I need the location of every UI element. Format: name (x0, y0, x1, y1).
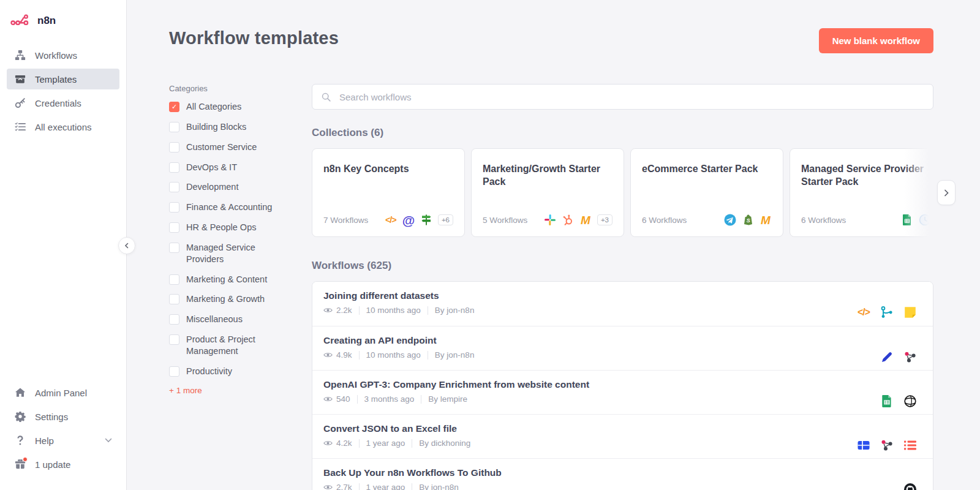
sheets-icon (901, 214, 913, 226)
collection-card-managed-service-provider-starter-pack[interactable]: Managed Service Provider Starter Pack6 W… (790, 148, 933, 237)
code-icon: </> (385, 214, 397, 226)
category-checkbox[interactable] (169, 243, 179, 253)
search-input[interactable] (338, 91, 924, 103)
sidebar-collapse-button[interactable] (118, 237, 135, 254)
shopify-icon: S (742, 214, 754, 226)
meta-divider (359, 306, 360, 315)
meta-divider (357, 395, 358, 404)
workflow-row-openai-gpt-3-company-enrichment-from-website-content[interactable]: OpenAI GPT-3: Company Enrichment from we… (312, 370, 933, 414)
pencil-icon (880, 350, 894, 364)
category-option-productivity[interactable]: Productivity (169, 366, 278, 377)
code-icon: </> (857, 306, 870, 319)
telegram-icon (724, 214, 736, 226)
category-option-devops-it[interactable]: DevOps & IT (169, 162, 278, 173)
workflow-views: 540 (336, 394, 350, 404)
category-checkbox[interactable] (169, 142, 179, 153)
page-title: Workflow templates (169, 28, 339, 48)
question-icon (15, 435, 26, 446)
collection-card-marketing-growth-starter-pack[interactable]: Marketing/Growth Starter Pack5 Workflows… (471, 148, 624, 237)
category-checkbox[interactable] (169, 162, 179, 173)
hubspot-icon (562, 214, 574, 226)
category-checkbox[interactable] (169, 274, 179, 285)
workflows-list: Joining different datasets2.2k10 months … (312, 281, 933, 490)
sidebar-item-templates[interactable]: Templates (7, 69, 119, 89)
workflow-age: 10 months ago (366, 350, 421, 360)
workflow-author: By jon-n8n (435, 350, 475, 360)
sidebar-item-help[interactable]: Help (7, 430, 119, 451)
eye-icon (323, 306, 333, 315)
category-option-marketing-growth[interactable]: Marketing & Growth (169, 293, 278, 305)
chevron-left-icon (124, 243, 130, 249)
search-bar (312, 84, 933, 110)
sidebar-item-admin-panel[interactable]: Admin Panel (7, 382, 119, 403)
category-checkbox[interactable]: ✓ (169, 102, 179, 112)
category-label: Marketing & Content (186, 274, 267, 285)
category-checkbox[interactable] (169, 314, 179, 325)
templates-icon (15, 74, 26, 85)
sidebar-item-credentials[interactable]: Credentials (7, 92, 119, 113)
workflow-views: 2.2k (336, 306, 352, 315)
more-apps-badge: +3 (597, 214, 612, 225)
sidebar: n8n WorkflowsTemplatesCredentialsAll exe… (0, 0, 127, 490)
category-option-product-project-management[interactable]: Product & Project Management (169, 334, 278, 357)
workflow-row-creating-an-api-endpoint[interactable]: Creating an API endpoint4.9k10 months ag… (312, 326, 933, 370)
carousel-next-button[interactable] (937, 180, 956, 205)
category-option-development[interactable]: Development (169, 181, 278, 193)
category-option-miscellaneous[interactable]: Miscellaneous (169, 314, 278, 325)
home-icon (15, 387, 26, 398)
workflow-row-convert-json-to-an-excel-file[interactable]: Convert JSON to an Excel file4.2k1 year … (312, 414, 933, 458)
github-icon (903, 483, 917, 490)
collection-workflow-count: 5 Workflows (483, 216, 527, 225)
category-option-managed-service-providers[interactable]: Managed Service Providers (169, 242, 278, 265)
table-icon (857, 439, 870, 452)
new-blank-workflow-button[interactable]: New blank workflow (819, 28, 933, 53)
collection-workflow-count: 7 Workflows (323, 216, 368, 225)
sidebar-item-label: Templates (35, 74, 77, 85)
category-label: Customer Service (186, 141, 257, 153)
category-label: Building Blocks (186, 121, 246, 133)
n8n-node-icon (903, 350, 917, 364)
workflow-views: 2.7k (336, 483, 352, 490)
workflow-row-back-up-your-n8n-workflows-to-github[interactable]: Back Up Your n8n Workflows To Github2.7k… (312, 458, 933, 490)
slack-icon (544, 214, 556, 226)
categories-filter: Categories ✓All CategoriesBuilding Block… (169, 83, 312, 490)
update-dot (23, 457, 28, 462)
category-checkbox[interactable] (169, 202, 179, 213)
eye-icon (323, 350, 333, 360)
sidebar-item-label: All executions (35, 122, 92, 132)
collection-card-ecommerce-starter-pack[interactable]: eCommerce Starter Pack6 WorkflowsSM (630, 148, 783, 237)
category-label: Managed Service Providers (186, 242, 278, 265)
sidebar-item-label: 1 update (35, 459, 70, 470)
category-option-finance-accounting[interactable]: Finance & Accounting (169, 202, 278, 213)
workflows-icon (15, 50, 26, 61)
category-option-building-blocks[interactable]: Building Blocks (169, 121, 278, 133)
category-option-hr-people-ops[interactable]: HR & People Ops (169, 222, 278, 233)
eye-icon (323, 394, 333, 404)
meta-divider (412, 483, 412, 490)
sidebar-item-label: Help (35, 435, 54, 446)
workflow-author: By jon-n8n (435, 306, 475, 315)
category-checkbox[interactable] (169, 294, 179, 304)
category-checkbox[interactable] (169, 366, 179, 377)
sidebar-item-settings[interactable]: Settings (7, 406, 119, 427)
categories-more-link[interactable]: + 1 more (169, 386, 312, 395)
workflow-row-joining-different-datasets[interactable]: Joining different datasets2.2k10 months … (312, 282, 933, 326)
category-option-marketing-content[interactable]: Marketing & Content (169, 274, 278, 285)
collection-card-n8n-key-concepts[interactable]: n8n Key Concepts7 Workflows</>@+6 (312, 148, 465, 237)
category-checkbox[interactable] (169, 222, 179, 233)
sidebar-item-label: Settings (35, 412, 68, 422)
sidebar-item-all-executions[interactable]: All executions (7, 116, 119, 137)
eye-icon (323, 439, 333, 448)
category-option-customer-service[interactable]: Customer Service (169, 141, 278, 153)
workflow-title: Creating an API endpoint (323, 335, 474, 346)
sidebar-item-workflows[interactable]: Workflows (7, 45, 119, 66)
collection-workflow-count: 6 Workflows (801, 216, 846, 225)
category-checkbox[interactable] (169, 122, 179, 132)
sidebar-nav-bottom: Admin PanelSettingsHelp1 update (0, 379, 126, 478)
chevron-down-icon (105, 438, 112, 443)
chevron-right-icon (943, 189, 949, 197)
category-option-all-categories[interactable]: ✓All Categories (169, 101, 278, 113)
category-checkbox[interactable] (169, 334, 179, 345)
category-checkbox[interactable] (169, 182, 179, 192)
sidebar-item-1-update[interactable]: 1 update (7, 454, 119, 475)
